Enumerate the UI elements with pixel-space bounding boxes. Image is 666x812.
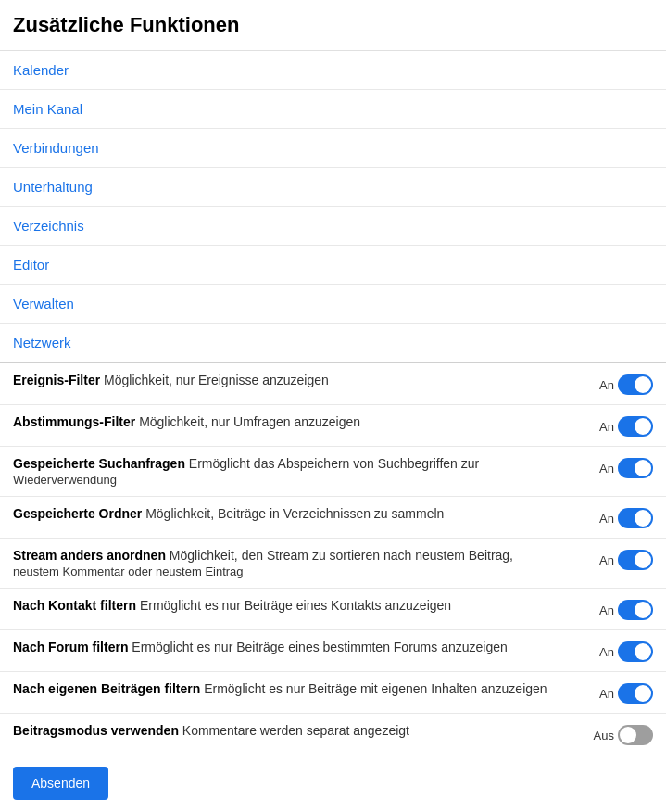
sidebar-item-kalender[interactable]: Kalender [0, 51, 666, 90]
toggle-title-beitragsmodus-verwenden: Beitragsmodus verwenden [13, 723, 182, 738]
toggles-section: Ereignis-Filter Möglichkeit, nur Ereigni… [0, 363, 666, 755]
page-title: Zusätzliche Funktionen [0, 0, 666, 51]
toggle-row-gespeicherte-ordner: Gespeicherte Ordner Möglichkeit, Beiträg… [0, 497, 666, 539]
toggle-desc-nach-forum-filtern: Ermöglicht es nur Beiträge eines bestimm… [132, 640, 507, 654]
toggle-switch-stream-anders-anordnen[interactable] [618, 550, 653, 570]
toggle-row-stream-anders-anordnen: Stream anders anordnen Möglichkeit, den … [0, 539, 666, 589]
toggle-desc-block-stream-anders-anordnen: neustem Kommentar oder neustem Eintrag [13, 565, 590, 578]
toggle-desc-gespeicherte-suchanfragen: Ermöglicht das Abspeichern von Suchbegri… [189, 456, 479, 471]
sidebar-item-unterhaltung[interactable]: Unterhaltung [0, 168, 666, 207]
toggle-row-beitragsmodus-verwenden: Beitragsmodus verwenden Kommentare werde… [0, 714, 666, 755]
toggle-switch-abstimmungs-filter[interactable] [618, 416, 653, 437]
toggle-switch-gespeicherte-ordner[interactable] [618, 508, 653, 528]
toggle-row-gespeicherte-suchanfragen: Gespeicherte Suchanfragen Ermöglicht das… [0, 447, 666, 497]
toggle-title-nach-eigenen-beitraegen-filtern: Nach eigenen Beiträgen filtern [13, 681, 204, 696]
toggle-title-stream-anders-anordnen: Stream anders anordnen [13, 548, 170, 563]
toggle-label-nach-eigenen-beitraegen-filtern: An [599, 687, 614, 701]
toggle-switch-beitragsmodus-verwenden[interactable] [618, 725, 653, 745]
toggle-title-abstimmungs-filter: Abstimmungs-Filter [13, 414, 139, 429]
sidebar-item-editor[interactable]: Editor [0, 246, 666, 285]
toggle-label-ereignis-filter: An [599, 378, 614, 392]
toggle-switch-nach-forum-filtern[interactable] [618, 641, 653, 662]
nav-links-section: KalenderMein KanalVerbindungenUnterhaltu… [0, 51, 666, 363]
toggle-label-beitragsmodus-verwenden: Aus [594, 729, 614, 742]
toggle-row-nach-eigenen-beitraegen-filtern: Nach eigenen Beiträgen filtern Ermöglich… [0, 672, 666, 714]
toggle-title-ereignis-filter: Ereignis-Filter [13, 373, 104, 387]
toggle-desc-block-gespeicherte-suchanfragen: Wiederverwendung [13, 473, 590, 487]
sidebar-item-verzeichnis[interactable]: Verzeichnis [0, 207, 666, 246]
toggle-desc-beitragsmodus-verwenden: Kommentare werden separat angezeigt [182, 723, 409, 738]
toggle-row-abstimmungs-filter: Abstimmungs-Filter Möglichkeit, nur Umfr… [0, 405, 666, 447]
toggle-label-nach-forum-filtern: An [599, 645, 614, 659]
toggle-title-gespeicherte-suchanfragen: Gespeicherte Suchanfragen [13, 456, 189, 471]
toggle-label-nach-kontakt-filtern: An [599, 603, 614, 617]
toggle-label-gespeicherte-ordner: An [599, 512, 614, 526]
toggle-desc-gespeicherte-ordner: Möglichkeit, Beiträge in Verzeichnissen … [145, 506, 444, 521]
toggle-label-abstimmungs-filter: An [599, 420, 614, 434]
toggle-label-gespeicherte-suchanfragen: An [599, 462, 614, 476]
toggle-row-nach-kontakt-filtern: Nach Kontakt filtern Ermöglicht es nur B… [0, 589, 666, 630]
sidebar-item-verbindungen[interactable]: Verbindungen [0, 129, 666, 168]
toggle-desc-stream-anders-anordnen: Möglichkeit, den Stream zu sortieren nac… [170, 548, 513, 563]
toggle-switch-nach-kontakt-filtern[interactable] [618, 600, 653, 620]
toggle-title-gespeicherte-ordner: Gespeicherte Ordner [13, 506, 145, 521]
submit-button[interactable]: Absenden [13, 767, 108, 800]
toggle-desc-nach-eigenen-beitraegen-filtern: Ermöglicht es nur Beiträge mit eigenen I… [204, 681, 547, 696]
toggle-row-nach-forum-filtern: Nach Forum filtern Ermöglicht es nur Bei… [0, 630, 666, 672]
toggle-desc-ereignis-filter: Möglichkeit, nur Ereignisse anzuzeigen [104, 373, 329, 387]
toggle-title-nach-kontakt-filtern: Nach Kontakt filtern [13, 598, 140, 613]
toggle-switch-gespeicherte-suchanfragen[interactable] [618, 458, 653, 478]
toggle-title-nach-forum-filtern: Nach Forum filtern [13, 640, 132, 654]
toggle-switch-nach-eigenen-beitraegen-filtern[interactable] [618, 683, 653, 704]
toggle-label-stream-anders-anordnen: An [599, 553, 614, 567]
toggle-desc-abstimmungs-filter: Möglichkeit, nur Umfragen anzuzeigen [139, 414, 360, 429]
toggle-desc-nach-kontakt-filtern: Ermöglicht es nur Beiträge eines Kontakt… [140, 598, 451, 613]
sidebar-item-mein-kanal[interactable]: Mein Kanal [0, 90, 666, 129]
toggle-switch-ereignis-filter[interactable] [618, 374, 653, 395]
toggle-row-ereignis-filter: Ereignis-Filter Möglichkeit, nur Ereigni… [0, 363, 666, 405]
sidebar-item-verwalten[interactable]: Verwalten [0, 285, 666, 324]
sidebar-item-netzwerk[interactable]: Netzwerk [0, 324, 666, 363]
